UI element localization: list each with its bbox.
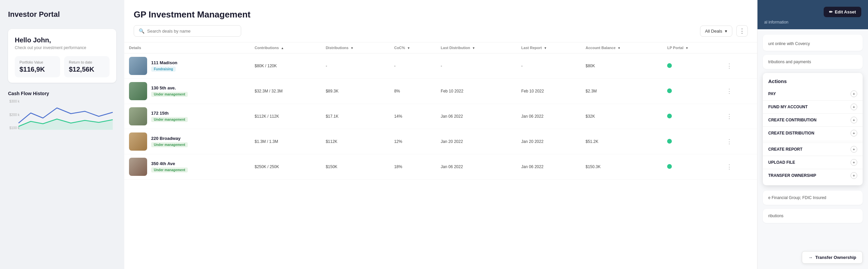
- deal-image-2: [129, 107, 147, 125]
- row-more-3[interactable]: ⋮: [719, 129, 757, 154]
- deal-cell-3: 220 Broadway Under management: [124, 129, 250, 154]
- coc-1: 8%: [389, 79, 436, 104]
- deal-badge-4: Under management: [151, 168, 188, 173]
- search-box[interactable]: 🔍: [134, 25, 241, 37]
- table-row[interactable]: 172 15th Under management $112K / 112K $…: [124, 104, 757, 129]
- row-more-icon-1[interactable]: ⋮: [723, 88, 735, 94]
- action-label-3: CREATE DISTRIBUTION: [768, 131, 814, 136]
- deal-name-3: 220 Broadway: [151, 136, 188, 141]
- deal-image-0: [129, 57, 147, 75]
- distributions-1: $89.3K: [321, 79, 390, 104]
- distributions-0: -: [321, 54, 390, 79]
- action-circle-4[interactable]: [850, 146, 857, 153]
- online-account-text: unt online with Covercy: [768, 41, 857, 46]
- action-circle-5[interactable]: [850, 159, 857, 166]
- sort-icon-lp-portal: ▼: [686, 47, 689, 50]
- transfer-icon: →: [808, 255, 813, 260]
- all-deals-filter[interactable]: All Deals ▾: [700, 26, 732, 37]
- cash-flow-chart: $300 k $200 k $100 k: [8, 99, 116, 130]
- row-more-icon-4[interactable]: ⋮: [723, 163, 735, 170]
- deal-info-3: 220 Broadway Under management: [151, 136, 188, 147]
- action-item-transfer-ownership[interactable]: TRANSFER OWNERSHIP: [763, 169, 863, 182]
- action-label-2: CREATE CONTRIBUTION: [768, 118, 816, 122]
- deals-table: Details Contributions ▲ Distributions ▼ …: [124, 42, 757, 180]
- status-dot-1: [667, 88, 672, 93]
- table-row[interactable]: 350 4th Ave Under management $250K / 250…: [124, 154, 757, 180]
- hello-card: Hello John, Check out your investment pe…: [8, 29, 116, 83]
- row-more-2[interactable]: ⋮: [719, 104, 757, 129]
- coc-2: 14%: [389, 104, 436, 129]
- edit-asset-button[interactable]: ✏ Edit Asset: [824, 7, 861, 17]
- last-report-0: -: [517, 54, 581, 79]
- row-more-icon-2[interactable]: ⋮: [723, 113, 735, 120]
- last-report-4: Jan 06 2022: [517, 154, 581, 180]
- action-item-pay[interactable]: PAY: [763, 87, 863, 100]
- row-more-4[interactable]: ⋮: [719, 154, 757, 180]
- action-circle-0[interactable]: [850, 90, 857, 97]
- deal-image-1: [129, 82, 147, 100]
- row-more-1[interactable]: ⋮: [719, 79, 757, 104]
- distributions-2: $17.1K: [321, 104, 390, 129]
- sort-icon-account-balance: ▼: [618, 47, 621, 50]
- account-balance-3: $51.2K: [581, 129, 662, 154]
- main-content: GP Investment Management 🔍 All Deals ▾ ⋮…: [124, 0, 757, 269]
- chart-svg: [8, 99, 116, 130]
- actions-title: Actions: [763, 76, 863, 87]
- lp-portal-status-4: [662, 154, 718, 180]
- deal-cell-4: 350 4th Ave Under management: [124, 154, 250, 180]
- deal-badge-2: Under management: [151, 117, 188, 122]
- action-item-create-contribution[interactable]: CREATE CONTRIBUTION: [763, 113, 863, 126]
- deal-name-4: 350 4th Ave: [151, 161, 188, 166]
- sort-icon-last-dist: ▼: [472, 47, 475, 50]
- distributions-section: ributions: [763, 209, 863, 223]
- status-dot-3: [667, 139, 672, 144]
- greeting-subtitle: Check out your investment performance: [15, 46, 110, 50]
- last-report-1: Feb 10 2022: [517, 79, 581, 104]
- deal-badge-3: Under management: [151, 142, 188, 147]
- chart-label-200k: $200 k: [9, 113, 20, 117]
- action-item-create-distribution[interactable]: CREATE DISTRIBUTION: [763, 126, 863, 140]
- table-row[interactable]: 111 Madison Fundraising $80K / 120K - - …: [124, 54, 757, 79]
- action-circle-2[interactable]: [850, 117, 857, 123]
- deal-badge-1: Under management: [151, 92, 188, 97]
- coc-3: 12%: [389, 129, 436, 154]
- row-more-0[interactable]: ⋮: [719, 54, 757, 79]
- col-last-distribution: Last Distribution ▼: [436, 42, 517, 54]
- status-dot-4: [667, 164, 672, 169]
- cashflow-title: Cash Flow History: [8, 91, 116, 96]
- toolbar: 🔍 All Deals ▾ ⋮: [134, 25, 748, 37]
- row-more-icon-3[interactable]: ⋮: [723, 138, 735, 145]
- sort-icon-coc: ▼: [407, 47, 410, 50]
- action-label-1: FUND MY ACCOUNT: [768, 104, 808, 109]
- coc-0: -: [389, 54, 436, 79]
- table-row[interactable]: 130 5th ave. Under management $32.3M / 3…: [124, 79, 757, 104]
- action-label-6: TRANSFER OWNERSHIP: [768, 173, 816, 178]
- return-value: $12,56K: [69, 66, 105, 73]
- portfolio-label: Portfolio Value: [20, 60, 55, 64]
- search-icon: 🔍: [139, 28, 145, 34]
- portfolio-value: $116,9K: [20, 66, 55, 73]
- lp-portal-status-0: [662, 54, 718, 79]
- fdic-info: e Financial Group; FDIC Insured: [763, 191, 863, 205]
- action-circle-3[interactable]: [850, 130, 857, 137]
- last-distribution-0: -: [436, 54, 517, 79]
- action-item-upload-file[interactable]: UPLOAD FILE: [763, 156, 863, 169]
- row-more-icon-0[interactable]: ⋮: [723, 63, 735, 69]
- right-panel-body: unt online with Covercy tributions and p…: [757, 29, 868, 269]
- deal-badge-0: Fundraising: [151, 67, 176, 71]
- action-label-4: CREATE REPORT: [768, 147, 803, 152]
- edit-asset-label: Edit Asset: [835, 9, 856, 14]
- action-item-fund-my-account[interactable]: FUND MY ACCOUNT: [763, 100, 863, 113]
- more-options-button[interactable]: ⋮: [736, 25, 748, 37]
- table-row[interactable]: 220 Broadway Under management $1.3M / 1.…: [124, 129, 757, 154]
- search-input[interactable]: [147, 29, 236, 34]
- action-item-create-report[interactable]: CREATE REPORT: [763, 143, 863, 156]
- col-details: Details: [124, 42, 250, 54]
- transfer-ownership-button[interactable]: → Transfer Ownership: [802, 251, 863, 264]
- action-circle-1[interactable]: [850, 103, 857, 110]
- deal-image-4: [129, 158, 147, 176]
- portfolio-value-box: Portfolio Value $116,9K: [15, 56, 60, 77]
- action-circle-6[interactable]: [850, 172, 857, 179]
- action-label-0: PAY: [768, 91, 776, 96]
- sort-icon-last-report: ▼: [544, 47, 547, 50]
